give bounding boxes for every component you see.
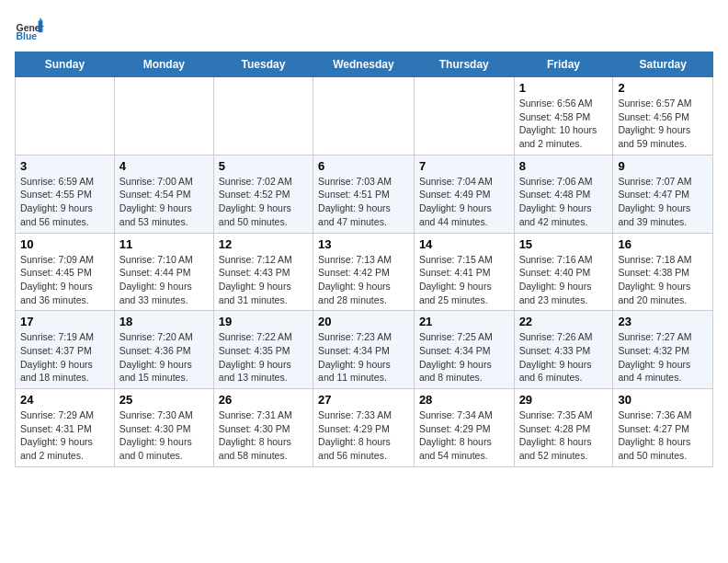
day-number: 22 <box>519 315 609 328</box>
day-info: Sunrise: 7:16 AM Sunset: 4:40 PM Dayligh… <box>519 253 609 307</box>
day-info: Sunrise: 7:15 AM Sunset: 4:41 PM Dayligh… <box>419 253 509 307</box>
day-info: Sunrise: 7:31 AM Sunset: 4:30 PM Dayligh… <box>219 408 308 463</box>
weekday-header: Sunday <box>16 52 115 77</box>
calendar-day-cell: 18Sunrise: 7:20 AM Sunset: 4:36 PM Dayli… <box>114 311 213 389</box>
day-info: Sunrise: 7:22 AM Sunset: 4:35 PM Dayligh… <box>219 330 308 385</box>
calendar-week-row: 17Sunrise: 7:19 AM Sunset: 4:37 PM Dayli… <box>16 311 713 389</box>
calendar-day-cell <box>414 77 514 155</box>
day-info: Sunrise: 7:23 AM Sunset: 4:34 PM Dayligh… <box>318 330 409 385</box>
calendar-day-cell: 29Sunrise: 7:35 AM Sunset: 4:28 PM Dayli… <box>514 389 613 467</box>
day-info: Sunrise: 7:30 AM Sunset: 4:30 PM Dayligh… <box>119 408 209 463</box>
calendar-day-cell: 17Sunrise: 7:19 AM Sunset: 4:37 PM Dayli… <box>16 311 115 389</box>
calendar-day-cell: 11Sunrise: 7:10 AM Sunset: 4:44 PM Dayli… <box>114 233 213 311</box>
calendar-day-cell: 10Sunrise: 7:09 AM Sunset: 4:45 PM Dayli… <box>16 233 115 311</box>
day-info: Sunrise: 7:27 AM Sunset: 4:32 PM Dayligh… <box>618 330 708 385</box>
calendar-day-cell: 21Sunrise: 7:25 AM Sunset: 4:34 PM Dayli… <box>414 311 514 389</box>
calendar-day-cell: 19Sunrise: 7:22 AM Sunset: 4:35 PM Dayli… <box>213 311 313 389</box>
calendar-day-cell <box>213 77 313 155</box>
day-info: Sunrise: 7:07 AM Sunset: 4:47 PM Dayligh… <box>618 175 708 229</box>
calendar-day-cell: 28Sunrise: 7:34 AM Sunset: 4:29 PM Dayli… <box>414 389 514 467</box>
day-number: 24 <box>20 393 109 407</box>
calendar-week-row: 3Sunrise: 6:59 AM Sunset: 4:55 PM Daylig… <box>16 155 713 233</box>
day-info: Sunrise: 7:06 AM Sunset: 4:48 PM Dayligh… <box>519 175 609 229</box>
day-info: Sunrise: 7:29 AM Sunset: 4:31 PM Dayligh… <box>20 408 109 463</box>
day-info: Sunrise: 7:03 AM Sunset: 4:51 PM Dayligh… <box>318 175 409 229</box>
weekday-header: Monday <box>114 52 213 77</box>
day-info: Sunrise: 7:33 AM Sunset: 4:29 PM Dayligh… <box>318 408 409 463</box>
calendar-day-cell: 1Sunrise: 6:56 AM Sunset: 4:58 PM Daylig… <box>514 77 613 155</box>
day-number: 5 <box>219 159 308 173</box>
weekday-header-row: SundayMondayTuesdayWednesdayThursdayFrid… <box>16 52 713 77</box>
calendar-day-cell: 6Sunrise: 7:03 AM Sunset: 4:51 PM Daylig… <box>313 155 415 233</box>
day-number: 30 <box>618 393 708 407</box>
day-info: Sunrise: 7:25 AM Sunset: 4:34 PM Dayligh… <box>419 330 509 385</box>
day-number: 21 <box>419 315 509 328</box>
day-info: Sunrise: 7:10 AM Sunset: 4:44 PM Dayligh… <box>119 253 209 307</box>
day-number: 4 <box>119 159 209 173</box>
calendar-table: SundayMondayTuesdayWednesdayThursdayFrid… <box>15 52 713 467</box>
calendar-week-row: 1Sunrise: 6:56 AM Sunset: 4:58 PM Daylig… <box>16 77 713 155</box>
weekday-header: Wednesday <box>313 52 415 77</box>
day-number: 19 <box>219 315 308 328</box>
day-info: Sunrise: 7:12 AM Sunset: 4:43 PM Dayligh… <box>219 253 308 307</box>
day-number: 11 <box>119 237 209 251</box>
calendar-day-cell: 7Sunrise: 7:04 AM Sunset: 4:49 PM Daylig… <box>414 155 514 233</box>
calendar-day-cell: 23Sunrise: 7:27 AM Sunset: 4:32 PM Dayli… <box>613 311 713 389</box>
weekday-header: Thursday <box>414 52 514 77</box>
day-number: 26 <box>219 393 308 407</box>
calendar-day-cell: 15Sunrise: 7:16 AM Sunset: 4:40 PM Dayli… <box>514 233 613 311</box>
day-info: Sunrise: 7:09 AM Sunset: 4:45 PM Dayligh… <box>20 253 109 307</box>
day-number: 15 <box>519 237 609 251</box>
day-info: Sunrise: 7:34 AM Sunset: 4:29 PM Dayligh… <box>419 408 509 463</box>
day-number: 9 <box>618 159 708 173</box>
day-number: 25 <box>119 393 209 407</box>
calendar-day-cell: 12Sunrise: 7:12 AM Sunset: 4:43 PM Dayli… <box>213 233 313 311</box>
calendar-day-cell: 27Sunrise: 7:33 AM Sunset: 4:29 PM Dayli… <box>313 389 415 467</box>
day-info: Sunrise: 7:02 AM Sunset: 4:52 PM Dayligh… <box>219 175 308 229</box>
calendar-day-cell: 20Sunrise: 7:23 AM Sunset: 4:34 PM Dayli… <box>313 311 415 389</box>
day-info: Sunrise: 7:18 AM Sunset: 4:38 PM Dayligh… <box>618 253 708 307</box>
calendar-day-cell: 24Sunrise: 7:29 AM Sunset: 4:31 PM Dayli… <box>16 389 115 467</box>
calendar-day-cell: 13Sunrise: 7:13 AM Sunset: 4:42 PM Dayli… <box>313 233 415 311</box>
day-number: 1 <box>519 81 609 95</box>
calendar-day-cell: 5Sunrise: 7:02 AM Sunset: 4:52 PM Daylig… <box>213 155 313 233</box>
day-number: 27 <box>318 393 409 407</box>
day-number: 29 <box>519 393 609 407</box>
logo-icon: General Blue <box>15 15 44 44</box>
day-info: Sunrise: 7:35 AM Sunset: 4:28 PM Dayligh… <box>519 408 609 463</box>
day-info: Sunrise: 7:13 AM Sunset: 4:42 PM Dayligh… <box>318 253 409 307</box>
day-number: 10 <box>20 237 109 251</box>
calendar-day-cell: 3Sunrise: 6:59 AM Sunset: 4:55 PM Daylig… <box>16 155 115 233</box>
calendar-day-cell: 4Sunrise: 7:00 AM Sunset: 4:54 PM Daylig… <box>114 155 213 233</box>
day-info: Sunrise: 6:57 AM Sunset: 4:56 PM Dayligh… <box>618 97 708 151</box>
weekday-header: Tuesday <box>213 52 313 77</box>
calendar-day-cell <box>114 77 213 155</box>
calendar-day-cell: 8Sunrise: 7:06 AM Sunset: 4:48 PM Daylig… <box>514 155 613 233</box>
day-number: 6 <box>318 159 409 173</box>
day-number: 23 <box>618 315 708 328</box>
day-info: Sunrise: 7:04 AM Sunset: 4:49 PM Dayligh… <box>419 175 509 229</box>
day-number: 13 <box>318 237 409 251</box>
logo: General Blue <box>15 15 44 44</box>
calendar-day-cell: 14Sunrise: 7:15 AM Sunset: 4:41 PM Dayli… <box>414 233 514 311</box>
day-info: Sunrise: 7:26 AM Sunset: 4:33 PM Dayligh… <box>519 330 609 385</box>
calendar-day-cell: 26Sunrise: 7:31 AM Sunset: 4:30 PM Dayli… <box>213 389 313 467</box>
day-number: 3 <box>20 159 109 173</box>
day-number: 2 <box>618 81 708 95</box>
calendar-day-cell: 22Sunrise: 7:26 AM Sunset: 4:33 PM Dayli… <box>514 311 613 389</box>
day-number: 8 <box>519 159 609 173</box>
calendar-day-cell <box>313 77 415 155</box>
day-info: Sunrise: 7:36 AM Sunset: 4:27 PM Dayligh… <box>618 408 708 463</box>
calendar-day-cell: 2Sunrise: 6:57 AM Sunset: 4:56 PM Daylig… <box>613 77 713 155</box>
calendar-day-cell: 16Sunrise: 7:18 AM Sunset: 4:38 PM Dayli… <box>613 233 713 311</box>
calendar-day-cell: 9Sunrise: 7:07 AM Sunset: 4:47 PM Daylig… <box>613 155 713 233</box>
svg-marker-2 <box>39 20 43 32</box>
svg-marker-3 <box>40 17 42 20</box>
day-number: 14 <box>419 237 509 251</box>
day-number: 16 <box>618 237 708 251</box>
day-info: Sunrise: 6:56 AM Sunset: 4:58 PM Dayligh… <box>519 97 609 151</box>
day-info: Sunrise: 6:59 AM Sunset: 4:55 PM Dayligh… <box>20 175 109 229</box>
day-info: Sunrise: 7:20 AM Sunset: 4:36 PM Dayligh… <box>119 330 209 385</box>
calendar-day-cell: 30Sunrise: 7:36 AM Sunset: 4:27 PM Dayli… <box>613 389 713 467</box>
day-info: Sunrise: 7:19 AM Sunset: 4:37 PM Dayligh… <box>20 330 109 385</box>
